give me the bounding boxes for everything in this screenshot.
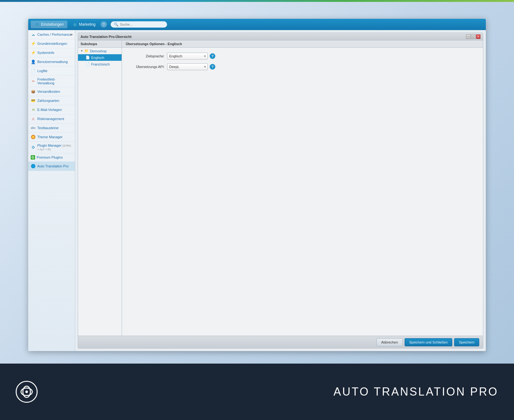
tree-item-franzosisch[interactable]: 📄 Französisch [78, 61, 122, 67]
dialog-controls: ─ □ ✕ [466, 34, 480, 39]
dialog-close-button[interactable]: ✕ [476, 34, 480, 39]
tree-item-demoshop[interactable]: ▼ 📁 Demoshop [78, 48, 122, 54]
close-icon: ✕ [477, 35, 480, 38]
ubersetzungs-api-help-button[interactable]: ? [210, 64, 215, 70]
zahlungsarten-icon: 💳 [31, 98, 36, 103]
abbrechen-button[interactable]: Abbrechen [376, 338, 402, 346]
sidebar: ☁ Caches / Performance ▶ ⚡ Grundeinstell… [28, 30, 75, 351]
benutzerverwaltung-icon: 👤 [31, 59, 36, 64]
nav-item-einstellungen[interactable]: ⚙ Einstellungen [31, 21, 67, 28]
sidebar-item-benutzerverwaltung[interactable]: 👤 Benutzerverwaltung [28, 57, 75, 66]
sidebar-versandkosten-label: Versandkosten [37, 90, 60, 93]
svg-point-1 [32, 136, 34, 138]
top-decorative-bar [0, 0, 514, 2]
sidebar-item-auto-translation[interactable]: 🌐 Auto Translation Pro [28, 162, 75, 171]
speichern-schliessen-button[interactable]: Speichern und Schließen [405, 338, 453, 346]
tree-toggle-icon: ▼ [81, 50, 83, 52]
bottom-logo [16, 381, 38, 403]
sidebar-plugin-manager-label: Plugin Manager (STRG + ALT + P) [37, 144, 72, 151]
freitextfeld-icon: ✏ [31, 79, 36, 84]
riskmanagement-icon: ⚠ [31, 116, 36, 121]
svg-point-7 [25, 391, 28, 393]
sidebar-premium-plugins-label: Premium Plugins [37, 155, 63, 159]
ubersetzungs-api-select[interactable]: DeepL Google Translate Microsoft Transla… [167, 63, 208, 70]
logo-icon [16, 381, 38, 403]
nav-item-marketing[interactable]: ◎ Marketing [69, 21, 99, 28]
textbausteine-icon: abc [31, 125, 36, 130]
sidebar-benutzerverwaltung-label: Benutzerverwaltung [37, 60, 68, 64]
maximize-icon: □ [472, 35, 474, 38]
search-icon: 🔍 [114, 22, 118, 27]
sidebar-item-riskmanagement[interactable]: ⚠ Riskmanagement [28, 114, 75, 123]
sidebar-freitextfeld-label: Freitextfeld-Verwaltung [37, 77, 72, 85]
speichern-button[interactable]: Speichern [454, 338, 479, 346]
dialog-body: Subshops ▼ 📁 Demoshop 📄 Englisch 📄 [78, 40, 483, 336]
dialog-titlebar: Auto Translation Pro-Übersicht ─ □ ✕ [78, 33, 483, 40]
caches-arrow-icon: ▶ [71, 33, 73, 36]
sidebar-email-vorlagen-label: E-Mail-Vorlagen [37, 108, 62, 112]
zielsprache-control: Englisch Französisch Deutsch ? [167, 53, 215, 60]
sidebar-theme-manager-label: Theme Manager [37, 135, 63, 139]
zielsprache-help-button[interactable]: ? [210, 53, 215, 59]
sidebar-item-email-vorlagen[interactable]: ✉ E-Mail-Vorlagen [28, 105, 75, 114]
subshops-panel: Subshops ▼ 📁 Demoshop 📄 Englisch 📄 [78, 40, 122, 336]
folder-icon: 📁 [84, 49, 89, 53]
marketing-icon: ◎ [72, 22, 77, 27]
sidebar-systeminfo-label: Systeminfo [37, 51, 54, 55]
sidebar-item-systeminfo[interactable]: ⚡ Systeminfo [28, 48, 75, 57]
svg-point-2 [33, 147, 34, 148]
main-container: ⚙ Einstellungen ◎ Marketing ? 🔍 ☁ Caches… [28, 19, 486, 351]
search-box[interactable]: 🔍 [111, 21, 167, 28]
dialog-footer: Abbrechen Speichern und Schließen Speich… [78, 336, 483, 348]
ubersetzungs-api-control: DeepL Google Translate Microsoft Transla… [167, 63, 215, 70]
sidebar-item-freitextfeld[interactable]: ✏ Freitextfeld-Verwaltung [28, 76, 75, 87]
search-input[interactable] [120, 23, 164, 26]
help-icon-label: ? [103, 23, 105, 26]
sidebar-item-theme-manager[interactable]: Theme Manager [28, 133, 75, 142]
svg-text:🌐: 🌐 [32, 165, 35, 168]
email-vorlagen-icon: ✉ [31, 107, 36, 112]
zielsprache-select[interactable]: Englisch Französisch Deutsch [167, 53, 208, 60]
nav-einstellungen-label: Einstellungen [41, 22, 64, 27]
dialog-maximize-button[interactable]: □ [471, 34, 475, 39]
sidebar-item-plugin-manager[interactable]: Plugin Manager (STRG + ALT + P) [28, 142, 75, 153]
theme-manager-icon [31, 134, 36, 139]
sidebar-caches-label: Caches / Performance [37, 33, 71, 36]
dialog: Auto Translation Pro-Übersicht ─ □ ✕ [78, 33, 483, 349]
options-panel: Übersetzungs Optionen - Englisch Zielspr… [122, 40, 483, 336]
options-header: Übersetzungs Optionen - Englisch [122, 40, 483, 48]
plugin-manager-icon [31, 145, 36, 150]
auto-translation-icon: 🌐 [31, 164, 36, 169]
dialog-minimize-button[interactable]: ─ [466, 34, 470, 39]
sidebar-item-premium-plugins[interactable]: G Premium Plugins [28, 153, 75, 162]
sidebar-item-zahlungsarten[interactable]: 💳 Zahlungsarten [28, 96, 75, 105]
franzosisch-label: Französisch [91, 62, 110, 66]
sidebar-item-caches[interactable]: ☁ Caches / Performance ▶ [28, 30, 75, 39]
ubersetzungs-api-select-wrapper: DeepL Google Translate Microsoft Transla… [167, 63, 208, 70]
systeminfo-icon: ⚡ [31, 50, 36, 55]
subshops-header: Subshops [78, 40, 122, 48]
tree-item-englisch[interactable]: 📄 Englisch [78, 54, 122, 61]
nav-bar: ⚙ Einstellungen ◎ Marketing ? 🔍 [28, 19, 486, 30]
nav-marketing-label: Marketing [79, 22, 96, 27]
nav-help-button[interactable]: ? [101, 21, 107, 28]
sidebar-item-versandkosten[interactable]: 📦 Versandkosten [28, 87, 75, 96]
zielsprache-label: Zielsprache: [127, 54, 165, 58]
options-content: Zielsprache: Englisch Französisch Deutsc… [122, 48, 483, 79]
ubersetzungs-api-row: Übersetzungs API: DeepL Google Translate… [127, 63, 478, 70]
grundeinstellungen-icon: ⚡ [31, 41, 36, 46]
cog-icon: ⚙ [34, 22, 39, 27]
sidebar-logfile-label: Logfile [37, 69, 47, 73]
bottom-bar: AUTO TRANSLATION PRO [0, 364, 514, 420]
doc-icon-franzosisch: 📄 [86, 62, 90, 66]
zielsprache-select-wrapper: Englisch Französisch Deutsch [167, 53, 208, 60]
content-area: Auto Translation Pro-Übersicht ─ □ ✕ [75, 30, 486, 351]
sidebar-item-grundeinstellungen[interactable]: ⚡ Grundeinstellungen [28, 39, 75, 48]
sidebar-item-textbausteine[interactable]: abc Textbausteine [28, 123, 75, 133]
sidebar-item-logfile[interactable]: 📄 Logfile [28, 66, 75, 76]
versandkosten-icon: 📦 [31, 89, 36, 94]
sidebar-grundeinstellungen-label: Grundeinstellungen [37, 42, 67, 45]
bottom-title: AUTO TRANSLATION PRO [333, 385, 498, 398]
demoshop-label: Demoshop [90, 49, 107, 53]
body-area: ☁ Caches / Performance ▶ ⚡ Grundeinstell… [28, 30, 486, 351]
